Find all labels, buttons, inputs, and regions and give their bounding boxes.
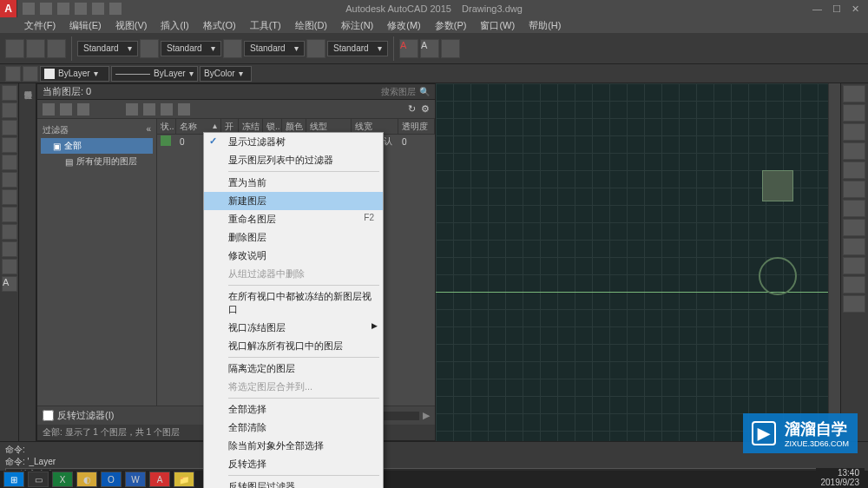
ctx-item-12[interactable]: 视口解冻所有视口中的图层: [204, 337, 383, 355]
hatch-tool-icon[interactable]: [2, 189, 17, 205]
filter-used[interactable]: ▤所有使用的图层: [41, 154, 153, 169]
refresh-icon[interactable]: ↻: [408, 103, 416, 115]
ctx-item-14[interactable]: 隔离选定的图层: [204, 359, 383, 378]
move-tool-icon[interactable]: [843, 85, 865, 102]
chrome-icon[interactable]: ◐: [76, 472, 97, 487]
ctx-item-3[interactable]: 置为当前: [204, 174, 383, 192]
qat-save-icon[interactable]: [57, 3, 69, 15]
taskview-icon[interactable]: ▭: [28, 472, 49, 487]
style-dropdown-2[interactable]: Standard▾: [161, 41, 221, 56]
prop-btn[interactable]: [23, 66, 38, 82]
close-icon[interactable]: ✕: [852, 3, 859, 15]
settings-icon[interactable]: ⚙: [421, 103, 430, 115]
bylayer-color-dropdown[interactable]: ByLayer ▾: [40, 66, 109, 82]
qat-new-icon[interactable]: [23, 3, 35, 15]
ribbon-btn[interactable]: [5, 39, 24, 58]
menu-insert[interactable]: 插入(I): [154, 17, 195, 34]
ribbon-btn[interactable]: [306, 39, 326, 58]
delete-layer-icon[interactable]: [161, 103, 173, 115]
arc-tool-icon[interactable]: [2, 137, 17, 153]
point-tool-icon[interactable]: [2, 224, 17, 240]
nav-compass[interactable]: [759, 257, 797, 295]
ctx-item-17[interactable]: 全部选择: [204, 400, 383, 419]
drawing-canvas[interactable]: [436, 83, 828, 441]
menu-param[interactable]: 参数(P): [428, 17, 474, 34]
autocad-icon[interactable]: A: [149, 472, 170, 487]
excel-icon[interactable]: X: [52, 472, 73, 487]
text-tool-icon[interactable]: [2, 207, 17, 222]
menu-window[interactable]: 窗口(W): [473, 17, 522, 34]
menu-file[interactable]: 文件(F): [17, 17, 62, 34]
ribbon-btn[interactable]: [441, 39, 460, 58]
copy-tool-icon[interactable]: [843, 104, 865, 122]
extend-tool-icon[interactable]: [843, 238, 865, 255]
style-dropdown-4[interactable]: Standard▾: [327, 41, 388, 56]
ctx-item-0[interactable]: ✓显示过滤器树: [204, 133, 383, 151]
minimize-icon[interactable]: —: [812, 3, 822, 15]
ctx-item-7[interactable]: 修改说明: [204, 247, 383, 265]
scroll-right-icon[interactable]: ▶: [423, 410, 430, 421]
rectangle-tool-icon[interactable]: [2, 155, 17, 170]
new-group-icon[interactable]: [60, 103, 72, 115]
qat-redo-icon[interactable]: [109, 3, 122, 15]
circle-tool-icon[interactable]: [2, 120, 17, 135]
bycolor-dropdown[interactable]: ByColor ▾: [200, 66, 252, 82]
table-tool-icon[interactable]: [2, 259, 17, 274]
ribbon-btn[interactable]: [26, 39, 45, 58]
ctx-item-5[interactable]: 重命名图层F2: [204, 210, 383, 228]
qat-saveas-icon[interactable]: [75, 3, 87, 15]
outlook-icon[interactable]: O: [101, 472, 122, 487]
menu-dim[interactable]: 标注(N): [334, 17, 380, 34]
style-dropdown-3[interactable]: Standard▾: [244, 41, 305, 56]
new-layer-icon[interactable]: [126, 103, 138, 115]
v-scrollbar[interactable]: [828, 83, 840, 441]
invert-filter-checkbox[interactable]: [43, 410, 54, 421]
filter-all[interactable]: ▣全部: [41, 138, 153, 154]
offset-tool-icon[interactable]: [843, 142, 865, 160]
menu-tools[interactable]: 工具(T): [243, 17, 288, 34]
text-style-icon[interactable]: A: [420, 39, 439, 58]
ribbon-btn[interactable]: [140, 39, 159, 58]
qat-open-icon[interactable]: [40, 3, 52, 15]
viewcube[interactable]: [762, 170, 793, 201]
rotate-tool-icon[interactable]: [843, 181, 865, 198]
qat-undo-icon[interactable]: [92, 3, 104, 15]
ctx-item-10[interactable]: 在所有视口中都被冻结的新图层视口: [204, 287, 383, 319]
mtext-tool-icon[interactable]: A: [2, 276, 17, 292]
explorer-icon[interactable]: 📁: [174, 472, 194, 487]
new-filter-icon[interactable]: [43, 103, 55, 115]
trim-tool-icon[interactable]: [843, 219, 865, 236]
ribbon-btn[interactable]: [223, 39, 242, 58]
ribbon-btn[interactable]: [47, 39, 66, 58]
erase-tool-icon[interactable]: [843, 295, 865, 313]
mirror-tool-icon[interactable]: [843, 123, 865, 141]
style-dropdown-1[interactable]: Standard▾: [77, 41, 138, 56]
bylayer-line-dropdown[interactable]: ———— ByLayer ▾: [111, 66, 198, 82]
menu-modify[interactable]: 修改(M): [380, 17, 428, 34]
explode-tool-icon[interactable]: [843, 276, 865, 293]
prop-btn[interactable]: [5, 66, 21, 82]
region-tool-icon[interactable]: [2, 241, 17, 257]
ctx-item-20[interactable]: 反转选择: [204, 455, 383, 473]
app-logo[interactable]: A: [0, 0, 17, 17]
array-tool-icon[interactable]: [843, 162, 865, 179]
col-trans[interactable]: 透明度: [398, 119, 435, 134]
ctx-item-19[interactable]: 除当前对象外全部选择: [204, 437, 383, 455]
menu-draw[interactable]: 绘图(D): [288, 17, 334, 34]
line-tool-icon[interactable]: [2, 85, 17, 101]
ctx-item-18[interactable]: 全部清除: [204, 419, 383, 437]
start-button[interactable]: ⊞: [3, 472, 24, 487]
ctx-item-6[interactable]: 删除图层: [204, 228, 383, 247]
ctx-item-1[interactable]: 显示图层列表中的过滤器: [204, 151, 383, 169]
menu-edit[interactable]: 编辑(E): [62, 17, 108, 34]
polyline-tool-icon[interactable]: [2, 102, 17, 118]
maximize-icon[interactable]: ☐: [832, 3, 841, 15]
set-current-icon[interactable]: [178, 103, 190, 115]
text-a-icon[interactable]: A: [399, 39, 418, 58]
ellipse-tool-icon[interactable]: [2, 172, 17, 188]
layer-states-icon[interactable]: [77, 103, 89, 115]
scale-tool-icon[interactable]: [843, 200, 865, 217]
freeze-layer-icon[interactable]: [143, 103, 155, 115]
ctx-item-22[interactable]: 反转图层过滤器: [204, 478, 383, 488]
menu-help[interactable]: 帮助(H): [522, 17, 568, 34]
